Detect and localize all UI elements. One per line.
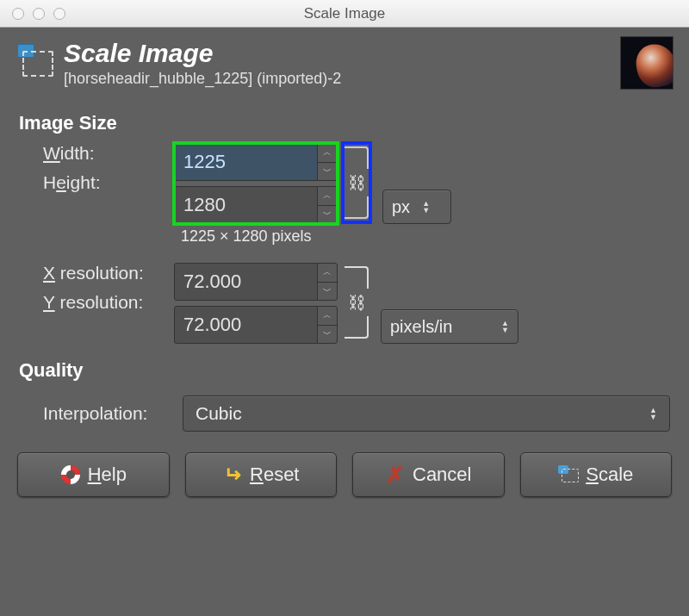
cancel-icon: ✗	[385, 464, 406, 485]
height-step-down[interactable]: ﹀	[318, 206, 337, 224]
reset-button[interactable]: ↵ Reset	[185, 452, 338, 497]
width-input[interactable]	[175, 144, 317, 180]
updown-icon: ▲▼	[501, 320, 509, 333]
xres-step-up[interactable]: ︿	[318, 264, 337, 283]
dimensions-note: 1225 × 1280 pixels	[181, 227, 689, 246]
undo-icon: ↵	[222, 464, 243, 485]
xres-spinbox[interactable]: ︿ ﹀	[174, 263, 338, 301]
section-image-size: Image Size	[0, 96, 689, 143]
height-input[interactable]	[175, 187, 317, 223]
window-controls	[0, 8, 65, 20]
width-step-up[interactable]: ︿	[318, 144, 337, 163]
section-quality: Quality	[0, 344, 689, 390]
button-bar: Help ↵ Reset ✗ Cancel Scale	[0, 452, 689, 514]
yres-input[interactable]	[175, 307, 317, 343]
xres-step-down[interactable]: ﹀	[318, 283, 337, 301]
resolution-unit-value: pixels/in	[390, 317, 452, 337]
yres-step-down[interactable]: ﹀	[318, 326, 337, 344]
chain-icon: ⛓	[348, 173, 365, 193]
resolution-unit-select[interactable]: pixels/in ▲▼	[381, 309, 518, 344]
titlebar: Scale Image	[0, 0, 689, 28]
interpolation-value: Cubic	[196, 403, 242, 424]
help-button[interactable]: Help	[17, 452, 170, 497]
yres-spinbox[interactable]: ︿ ﹀	[174, 306, 338, 344]
scale-icon	[558, 464, 579, 485]
scale-image-icon	[16, 42, 57, 84]
updown-icon: ▲▼	[649, 407, 657, 420]
xres-input[interactable]	[175, 264, 317, 300]
size-unit-value: px	[392, 197, 410, 217]
xres-label: X resolution:	[19, 263, 174, 283]
dialog-subtitle: [horseheadir_hubble_1225] (imported)-2	[64, 70, 620, 88]
chain-icon: ⛓	[348, 293, 365, 313]
yres-step-up[interactable]: ︿	[318, 307, 337, 326]
scale-button[interactable]: Scale	[520, 452, 673, 497]
image-thumbnail	[620, 36, 673, 90]
size-unit-select[interactable]: px ▲▼	[382, 190, 451, 224]
updown-icon: ▲▼	[422, 200, 430, 214]
yres-label: Y resolution:	[19, 292, 174, 313]
width-spinbox[interactable]: ︿ ﹀	[174, 143, 338, 181]
interpolation-select[interactable]: Cubic ▲▼	[183, 395, 670, 432]
size-link-toggle[interactable]: ⛓	[343, 143, 370, 222]
cancel-button[interactable]: ✗ Cancel	[352, 452, 505, 497]
width-label: Width:	[19, 143, 174, 164]
height-spinbox[interactable]: ︿ ﹀	[174, 186, 338, 224]
window-title: Scale Image	[0, 5, 689, 22]
width-step-down[interactable]: ﹀	[318, 163, 337, 181]
interpolation-label: Interpolation:	[43, 403, 183, 424]
height-label: Height:	[19, 172, 174, 193]
height-step-up[interactable]: ︿	[318, 187, 337, 206]
resolution-link-toggle[interactable]: ⛓	[343, 263, 370, 342]
dialog-title: Scale Image	[64, 39, 620, 68]
lifebuoy-icon	[60, 464, 81, 485]
scale-image-dialog: Scale Image [horseheadir_hubble_1225] (i…	[0, 28, 689, 514]
zoom-window-button[interactable]	[53, 8, 65, 20]
dialog-header: Scale Image [horseheadir_hubble_1225] (i…	[0, 28, 689, 96]
minimize-window-button[interactable]	[33, 8, 45, 20]
close-window-button[interactable]	[12, 8, 24, 20]
